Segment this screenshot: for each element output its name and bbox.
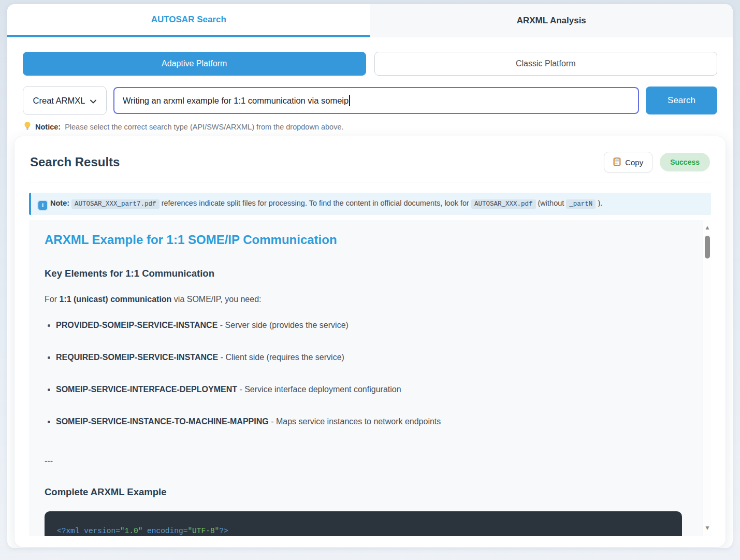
scrollbar-thumb[interactable] [705,236,710,259]
adaptive-platform-button[interactable]: Adaptive Platform [23,52,366,76]
code-token: <?xml [57,527,84,535]
list-item: SOMEIP-SERVICE-INTERFACE-DEPLOYMENT - Se… [56,385,682,394]
app-body: Adaptive Platform Classic Platform Creat… [7,37,733,132]
list-item: SOMEIP-SERVICE-INSTANCE-TO-MACHINE-MAPPI… [56,417,682,426]
info-icon: i [38,201,47,210]
results-title: Search Results [30,155,120,169]
bullet-desc: - Client side (requires the service) [218,353,344,362]
clipboard-icon [613,157,621,167]
notice-label: Notice: [35,123,61,131]
result-content-scroll-area[interactable]: ARXML Example for 1:1 SOME/IP Communicat… [29,220,711,536]
note-code-part7: AUTOSAR_XXX_part7.pdf [71,199,159,209]
notice-text: Please select the correct search type (A… [65,123,343,131]
tab-arxml-analysis[interactable]: ARXML Analysis [370,4,733,37]
tab-arxml-analysis-label: ARXML Analysis [517,16,586,26]
status-badge: Success [660,153,710,171]
bullet-term: REQUIRED-SOMEIP-SERVICE-INSTANCE [56,353,218,362]
results-actions: Copy Success [604,152,710,173]
tab-autosar-search-label: AUTOSAR Search [151,15,226,25]
code-token: version= [84,527,120,535]
chevron-down-icon [90,96,96,106]
note-code-partn: _partN [566,199,596,209]
tab-autosar-search[interactable]: AUTOSAR Search [7,4,370,37]
code-token: ?> [219,527,228,535]
bullet-desc: - Maps service instances to network endp… [269,417,441,426]
lightbulb-icon [24,121,31,132]
intro-suffix: via SOME/IP, you need: [171,295,261,304]
code-example-heading: Complete ARXML Example [45,486,682,498]
intro-prefix: For [45,295,59,304]
note-text-1: references indicate split files for proc… [159,199,471,207]
platform-selector: Adaptive Platform Classic Platform [23,52,717,76]
result-intro: For 1:1 (unicast) communication via SOME… [45,295,682,304]
search-bar: Creat ARMXL Writing an arxml example for… [23,86,717,115]
intro-bold: 1:1 (unicast) communication [59,295,171,304]
split-file-note: iNote: AUTOSAR_XXX_part7.pdf references … [29,193,711,215]
scroll-down-icon[interactable]: ▼ [703,524,711,532]
code-token: encoding= [142,527,187,535]
key-elements-list: PROVIDED-SOMEIP-SERVICE-INSTANCE - Serve… [56,321,682,426]
bullet-term: SOMEIP-SERVICE-INSTANCE-TO-MACHINE-MAPPI… [56,417,269,426]
copy-button-label: Copy [625,158,643,167]
result-heading: ARXML Example for 1:1 SOME/IP Communicat… [45,233,682,247]
search-type-dropdown[interactable]: Creat ARMXL [23,86,107,115]
copy-button[interactable]: Copy [604,152,652,173]
note-code-pdf: AUTOSAR_XXX.pdf [471,199,536,209]
list-item: PROVIDED-SOMEIP-SERVICE-INSTANCE - Serve… [56,321,682,330]
content-scrollbar[interactable]: ▲ ▼ [703,220,711,536]
app-window: AUTOSAR Search ARXML Analysis Adaptive P… [7,4,733,548]
bullet-term: SOMEIP-SERVICE-INTERFACE-DEPLOYMENT [56,385,237,394]
search-input[interactable]: Writing an arxml example for 1:1 communi… [113,87,639,114]
notice-line: Notice: Please select the correct search… [23,121,717,132]
classic-platform-button[interactable]: Classic Platform [374,52,718,76]
markdown-divider: --- [45,456,682,466]
code-token: "1.0" [120,527,143,535]
code-line-xml-declaration: <?xml version="1.0" encoding="UTF-8"?> [57,527,670,535]
note-text-2: (without [536,199,567,207]
note-text-3: ). [596,199,602,207]
search-button[interactable]: Search [646,87,717,114]
bullet-desc: - Server side (provides the service) [217,321,349,329]
bullet-desc: - Service interface deployment configura… [237,385,401,394]
arxml-code-block: <?xml version="1.0" encoding="UTF-8"?> [45,511,682,536]
code-token: "UTF-8" [187,527,219,535]
tab-bar: AUTOSAR Search ARXML Analysis [7,4,733,37]
bullet-term: PROVIDED-SOMEIP-SERVICE-INSTANCE [56,321,217,329]
list-item: REQUIRED-SOMEIP-SERVICE-INSTANCE - Clien… [56,353,682,362]
result-subheading: Key Elements for 1:1 Communication [45,268,682,279]
results-header: Search Results Copy Success [29,150,711,182]
search-input-value: Writing an arxml example for 1:1 communi… [123,96,349,106]
search-type-value: Creat ARMXL [33,96,85,106]
scroll-up-icon[interactable]: ▲ [703,223,711,232]
search-results-card: Search Results Copy Success iNote: AUTOS… [14,136,726,547]
note-label: Note: [50,199,69,207]
text-caret [349,95,350,106]
